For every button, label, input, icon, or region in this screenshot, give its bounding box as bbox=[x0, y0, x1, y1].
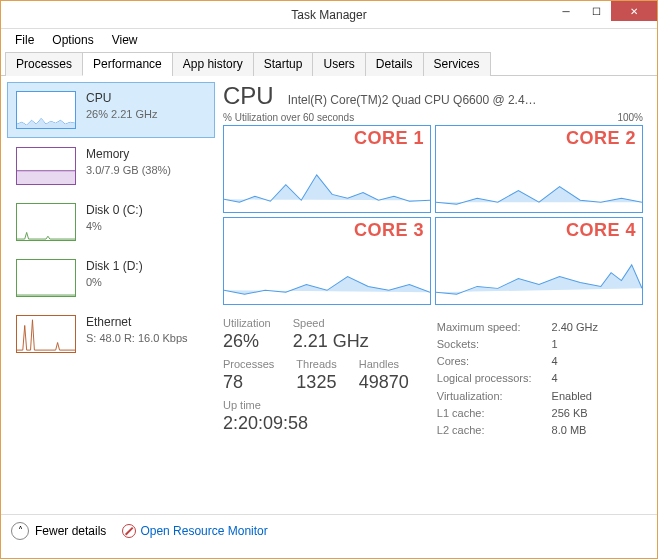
stat-label: Speed bbox=[293, 317, 369, 329]
stat-label: Handles bbox=[359, 358, 409, 370]
ethernet-thumb bbox=[16, 315, 76, 353]
sidebar-item-disk1[interactable]: Disk 1 (D:)0% bbox=[7, 250, 215, 306]
chevron-up-icon: ˄ bbox=[11, 522, 29, 540]
sidebar-item-memory[interactable]: Memory3.0/7.9 GB (38%) bbox=[7, 138, 215, 194]
threads-value: 1325 bbox=[296, 372, 336, 393]
menu-file[interactable]: File bbox=[7, 31, 42, 49]
core-chart-1[interactable]: CORE 1 bbox=[223, 125, 431, 213]
maximize-button[interactable]: ☐ bbox=[581, 1, 611, 21]
tab-processes[interactable]: Processes bbox=[5, 52, 83, 76]
page-title: CPU bbox=[223, 82, 274, 110]
chart-axis-label: % Utilization over 60 seconds bbox=[223, 112, 354, 123]
sidebar-sub: 0% bbox=[86, 275, 143, 289]
tab-app-history[interactable]: App history bbox=[172, 52, 254, 76]
tab-performance[interactable]: Performance bbox=[82, 52, 173, 76]
tab-services[interactable]: Services bbox=[423, 52, 491, 76]
core-chart-4[interactable]: CORE 4 bbox=[435, 217, 643, 305]
handles-value: 49870 bbox=[359, 372, 409, 393]
window-controls: ─ ☐ ✕ bbox=[551, 1, 657, 21]
sidebar-sub: 3.0/7.9 GB (38%) bbox=[86, 163, 171, 177]
main-panel: CPU Intel(R) Core(TM)2 Quad CPU Q6600 @ … bbox=[221, 76, 657, 514]
fewer-details-button[interactable]: ˄ Fewer details bbox=[11, 522, 106, 540]
tab-details[interactable]: Details bbox=[365, 52, 424, 76]
sidebar-label: Memory bbox=[86, 147, 171, 163]
tab-strip: Processes Performance App history Startu… bbox=[1, 51, 657, 76]
sidebar-sub: 26% 2.21 GHz bbox=[86, 107, 158, 121]
sidebar-label: Ethernet bbox=[86, 315, 188, 331]
sidebar-item-cpu[interactable]: CPU26% 2.21 GHz bbox=[7, 82, 215, 138]
sidebar-item-disk0[interactable]: Disk 0 (C:)4% bbox=[7, 194, 215, 250]
sidebar: CPU26% 2.21 GHz Memory3.0/7.9 GB (38%) D… bbox=[1, 76, 221, 514]
window-title: Task Manager bbox=[291, 8, 366, 22]
disk0-thumb bbox=[16, 203, 76, 241]
sidebar-label: Disk 0 (C:) bbox=[86, 203, 143, 219]
menu-view[interactable]: View bbox=[104, 31, 146, 49]
utilization-value: 26% bbox=[223, 331, 271, 352]
memory-thumb bbox=[16, 147, 76, 185]
sidebar-label: CPU bbox=[86, 91, 158, 107]
open-resource-monitor-link[interactable]: Open Resource Monitor bbox=[122, 524, 267, 538]
stat-label: Threads bbox=[296, 358, 336, 370]
resource-monitor-icon bbox=[122, 524, 136, 538]
core-chart-3[interactable]: CORE 3 bbox=[223, 217, 431, 305]
stat-label: Utilization bbox=[223, 317, 271, 329]
sidebar-item-ethernet[interactable]: EthernetS: 48.0 R: 16.0 Kbps bbox=[7, 306, 215, 362]
processes-value: 78 bbox=[223, 372, 274, 393]
stat-label: Up time bbox=[223, 399, 409, 411]
core-chart-2[interactable]: CORE 2 bbox=[435, 125, 643, 213]
sidebar-sub: 4% bbox=[86, 219, 143, 233]
uptime-value: 2:20:09:58 bbox=[223, 413, 409, 434]
footer: ˄ Fewer details Open Resource Monitor bbox=[1, 514, 657, 546]
menu-options[interactable]: Options bbox=[44, 31, 101, 49]
minimize-button[interactable]: ─ bbox=[551, 1, 581, 21]
speed-value: 2.21 GHz bbox=[293, 331, 369, 352]
disk1-thumb bbox=[16, 259, 76, 297]
menu-bar: File Options View bbox=[1, 29, 657, 51]
tab-startup[interactable]: Startup bbox=[253, 52, 314, 76]
cpu-thumb bbox=[16, 91, 76, 129]
sidebar-sub: S: 48.0 R: 16.0 Kbps bbox=[86, 331, 188, 345]
sidebar-label: Disk 1 (D:) bbox=[86, 259, 143, 275]
cpu-model: Intel(R) Core(TM)2 Quad CPU Q6600 @ 2.4… bbox=[288, 93, 537, 107]
cpu-info-table: Maximum speed:2.40 GHz Sockets:1 Cores:4… bbox=[435, 317, 600, 440]
svg-rect-0 bbox=[17, 171, 75, 184]
title-bar: Task Manager ─ ☐ ✕ bbox=[1, 1, 657, 29]
core-charts: CORE 1 CORE 2 CORE 3 CORE 4 bbox=[223, 125, 643, 305]
stat-label: Processes bbox=[223, 358, 274, 370]
tab-users[interactable]: Users bbox=[312, 52, 365, 76]
chart-axis-max: 100% bbox=[617, 112, 643, 123]
close-button[interactable]: ✕ bbox=[611, 1, 657, 21]
